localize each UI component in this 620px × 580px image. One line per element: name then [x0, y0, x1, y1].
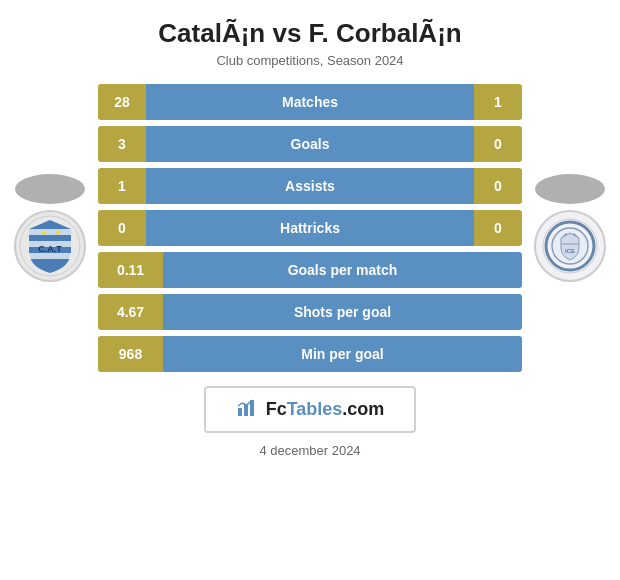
stat-left-shots-per-goal: 4.67: [98, 294, 163, 330]
stat-label-goals-per-match: Goals per match: [163, 252, 522, 288]
stat-left-hattricks: 0: [98, 210, 146, 246]
fctables-chart-icon: [236, 396, 258, 423]
stat-right-hattricks: 0: [474, 210, 522, 246]
svg-rect-14: [244, 404, 248, 416]
svg-text:ICE: ICE: [565, 248, 575, 254]
stat-right-assists: 0: [474, 168, 522, 204]
right-club-logo-area: ICE: [530, 174, 610, 282]
right-grey-oval: [535, 174, 605, 204]
stat-label-goals: Goals: [146, 126, 474, 162]
svg-text:★: ★: [41, 229, 47, 236]
left-grey-oval: [15, 174, 85, 204]
page: CatalÃ¡n vs F. CorbalÃ¡n Club competitio…: [0, 0, 620, 580]
page-title: CatalÃ¡n vs F. CorbalÃ¡n: [158, 18, 461, 49]
left-club-logo: C.A.T ★ ★: [14, 210, 86, 282]
cat-logo-svg: C.A.T ★ ★: [19, 215, 81, 277]
footer-date: 4 december 2024: [259, 443, 360, 458]
stat-row-goals: 3 Goals 0: [98, 126, 522, 162]
svg-rect-13: [238, 408, 242, 416]
svg-text:★: ★: [55, 229, 61, 236]
content-area: C.A.T ★ ★ 28 Matches 1 3 Goals 0: [0, 84, 620, 372]
stat-row-shots-per-goal: 4.67 Shots per goal: [98, 294, 522, 330]
fctables-banner[interactable]: FcTables.com: [204, 386, 417, 433]
stat-left-matches: 28: [98, 84, 146, 120]
stats-section: 28 Matches 1 3 Goals 0 1 Assists 0 0 Hat…: [98, 84, 522, 372]
stat-label-assists: Assists: [146, 168, 474, 204]
stat-row-hattricks: 0 Hattricks 0: [98, 210, 522, 246]
stat-label-shots-per-goal: Shots per goal: [163, 294, 522, 330]
stat-left-goals-per-match: 0.11: [98, 252, 163, 288]
right-club-logo: ICE: [534, 210, 606, 282]
header: CatalÃ¡n vs F. CorbalÃ¡n Club competitio…: [138, 0, 481, 84]
stat-left-min-per-goal: 968: [98, 336, 163, 372]
stat-left-assists: 1: [98, 168, 146, 204]
stat-row-min-per-goal: 968 Min per goal: [98, 336, 522, 372]
stat-right-matches: 1: [474, 84, 522, 120]
page-subtitle: Club competitions, Season 2024: [158, 53, 461, 68]
fctables-label: FcTables.com: [266, 399, 385, 420]
stat-label-hattricks: Hattricks: [146, 210, 474, 246]
left-club-logo-area: C.A.T ★ ★: [10, 174, 90, 282]
stat-label-min-per-goal: Min per goal: [163, 336, 522, 372]
stat-row-matches: 28 Matches 1: [98, 84, 522, 120]
svg-text:C.A.T: C.A.T: [38, 244, 62, 254]
stat-label-matches: Matches: [146, 84, 474, 120]
stat-left-goals: 3: [98, 126, 146, 162]
stat-row-goals-per-match: 0.11 Goals per match: [98, 252, 522, 288]
right-logo-svg: ICE: [542, 218, 598, 274]
stat-right-goals: 0: [474, 126, 522, 162]
stat-row-assists: 1 Assists 0: [98, 168, 522, 204]
svg-rect-2: [29, 229, 71, 235]
